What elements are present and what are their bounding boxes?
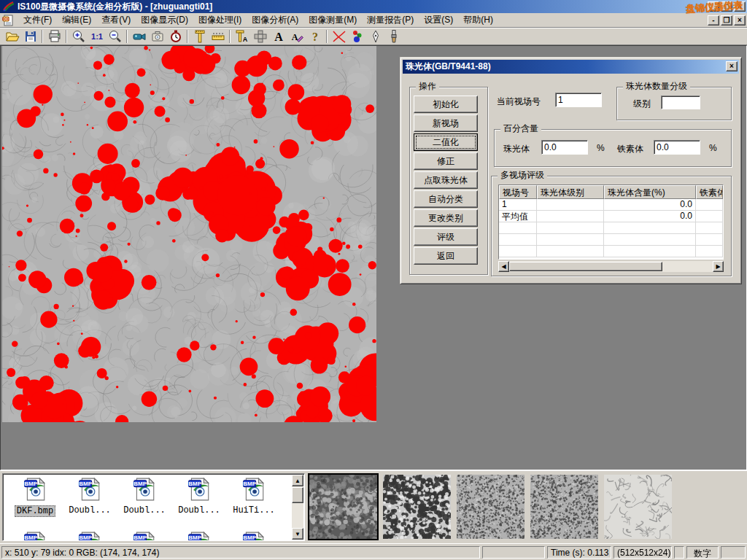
open-button[interactable]: [3, 28, 21, 44]
mdi-close-button[interactable]: ×: [734, 15, 746, 26]
scroll-left-button[interactable]: ◀: [498, 261, 509, 272]
col-field-number[interactable]: 视场号: [499, 185, 537, 199]
measure-text-button[interactable]: A: [233, 28, 251, 44]
pen-button[interactable]: [366, 28, 384, 44]
binarize-button[interactable]: 二值化: [414, 133, 478, 151]
image-size-status: (512x512x24): [614, 546, 672, 559]
auto-classify-button[interactable]: 自动分类: [414, 190, 478, 208]
scroll-up-button[interactable]: ▲: [292, 475, 303, 486]
col-pearlite-pct[interactable]: 珠光体含量(%): [604, 185, 696, 199]
curve-cut-button[interactable]: [330, 28, 348, 44]
correct-button[interactable]: 修正: [414, 152, 478, 170]
menu-view[interactable]: 查看(V): [96, 12, 136, 28]
menu-file[interactable]: 文件(F): [18, 12, 57, 28]
print-button[interactable]: [45, 28, 63, 44]
return-button[interactable]: 返回: [414, 247, 478, 265]
timer-button[interactable]: [166, 28, 185, 44]
scroll-down-button[interactable]: ▼: [292, 528, 303, 540]
table-row[interactable]: 1 0.0: [499, 199, 723, 211]
file-item[interactable]: BMP Doubl...: [63, 477, 116, 516]
help-button[interactable]: ?: [306, 28, 324, 44]
current-field-input[interactable]: 1: [555, 93, 602, 107]
save-button[interactable]: [21, 28, 39, 44]
file-name[interactable]: Doubl...: [177, 505, 222, 516]
file-item[interactable]: BMP: [9, 531, 61, 541]
grade-level-label: 级别: [633, 98, 651, 110]
file-item[interactable]: BMP: [228, 531, 280, 541]
camera-button[interactable]: [148, 28, 166, 44]
scrollbar-thumb[interactable]: [509, 262, 662, 271]
mdi-window-controls: - ❐ ×: [708, 15, 746, 26]
actual-size-button[interactable]: 1:1: [88, 28, 106, 44]
pearlite-percent-input[interactable]: 0.0: [541, 140, 588, 155]
app-icon: [3, 1, 15, 12]
mdi-restore-button[interactable]: ❐: [721, 15, 732, 26]
caliper-button[interactable]: [190, 28, 209, 44]
menu-image-display[interactable]: 图像显示(D): [136, 12, 193, 28]
ferrite-percent-input[interactable]: 0.0: [654, 140, 700, 155]
file-item[interactable]: BMP: [173, 531, 225, 541]
menu-measure-report[interactable]: 测量报告(P): [362, 12, 419, 28]
menu-help[interactable]: 帮助(H): [458, 12, 498, 28]
grade-level-input[interactable]: [661, 96, 700, 109]
file-list-scrollbar[interactable]: ▲ ▼: [292, 475, 303, 540]
mdi-minimize-button[interactable]: -: [708, 15, 719, 26]
multi-field-table[interactable]: 视场号 珠光体级别 珠光体含量(%) 铁素体含量(%) 1 0.0 平均值 0.…: [498, 184, 724, 260]
file-name[interactable]: HuiTi...: [231, 505, 276, 516]
menu-bar: DOC 文件(F) 编辑(E) 查看(V) 图像显示(D) 图像处理(I) 图像…: [0, 13, 747, 28]
cell-pearlite-pct: 0.0: [604, 199, 696, 211]
svg-text:BMP: BMP: [24, 534, 37, 541]
file-name[interactable]: Doubl...: [67, 505, 112, 516]
init-button[interactable]: 初始化: [414, 96, 478, 113]
file-item[interactable]: BMP DKF.bmp: [9, 477, 61, 517]
file-item[interactable]: BMP HuiTi...: [228, 477, 280, 516]
annotate-button[interactable]: A: [287, 28, 306, 44]
file-item[interactable]: BMP Doubl...: [173, 477, 225, 516]
mode-status: 数字: [686, 546, 719, 559]
brush-button[interactable]: [384, 28, 403, 44]
table-horizontal-scrollbar[interactable]: ◀ ▶: [498, 261, 724, 272]
thumbnail-image[interactable]: [383, 475, 451, 539]
zoom-out-button[interactable]: [106, 28, 124, 44]
table-header-row: 视场号 珠光体级别 珠光体含量(%) 铁素体含量(%): [499, 185, 723, 199]
file-item[interactable]: BMP Doubl...: [118, 477, 171, 516]
thumbnail-image[interactable]: [604, 475, 672, 539]
grid-button[interactable]: [251, 28, 269, 44]
menu-image-measure[interactable]: 图像测量(M): [303, 12, 362, 28]
file-item[interactable]: BMP: [63, 531, 116, 541]
svg-text:BMP: BMP: [79, 534, 92, 541]
svg-text:BMP: BMP: [188, 481, 201, 487]
measure-text-icon: A: [235, 29, 249, 44]
micrograph-image[interactable]: [2, 46, 376, 422]
video-camera-button[interactable]: [130, 28, 148, 44]
dialog-close-button[interactable]: ×: [726, 61, 738, 71]
pearlite-dialog: 珠光体(GB/T9441-88) × 操作 初始化 新视场 二值化 修正 点取珠…: [400, 57, 742, 284]
col-ferrite-pct[interactable]: 铁素体含量(%): [696, 185, 723, 199]
zoom-in-button[interactable]: [69, 28, 88, 44]
col-pearlite-grade[interactable]: 珠光体级别: [537, 185, 604, 199]
thumbnail-image[interactable]: [530, 475, 598, 539]
file-item[interactable]: BMP: [118, 531, 171, 541]
menu-image-analysis[interactable]: 图像分析(A): [247, 12, 303, 28]
ruler-button[interactable]: [209, 28, 227, 44]
change-class-button[interactable]: 更改类别: [414, 209, 478, 227]
menu-settings[interactable]: 设置(S): [419, 12, 458, 28]
thumbnail-image[interactable]: [309, 475, 377, 539]
thumbnail-image[interactable]: [457, 475, 525, 539]
save-icon: [23, 29, 38, 44]
dialog-title-bar[interactable]: 珠光体(GB/T9441-88) ×: [403, 60, 739, 74]
caliper-icon: [193, 29, 207, 44]
menu-edit[interactable]: 编辑(E): [57, 12, 96, 28]
text-button[interactable]: A: [269, 28, 287, 44]
file-name[interactable]: Doubl...: [122, 505, 167, 516]
table-row[interactable]: 平均值 0.0: [499, 211, 723, 222]
scrollbar-thumb[interactable]: [292, 487, 303, 503]
grade-button[interactable]: 评级: [414, 228, 478, 246]
menu-image-processing[interactable]: 图像处理(I): [193, 12, 247, 28]
classify-button[interactable]: [348, 28, 366, 44]
cell-pearlite-grade: [537, 199, 604, 211]
new-field-button[interactable]: 新视场: [414, 114, 478, 132]
file-name[interactable]: DKF.bmp: [15, 505, 55, 517]
scroll-right-button[interactable]: ▶: [713, 261, 724, 272]
pick-pearlite-button[interactable]: 点取珠光体: [414, 171, 478, 189]
